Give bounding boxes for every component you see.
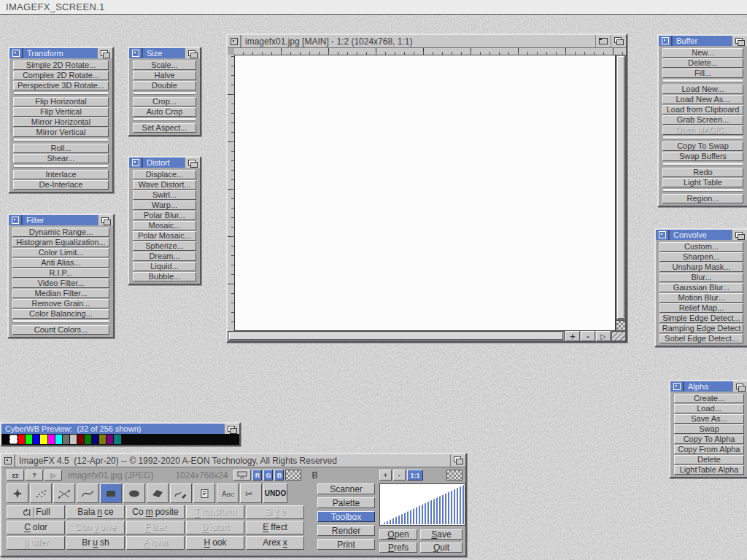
load-button[interactable]: Load... [674,404,744,413]
warp-button[interactable]: Warp... [133,201,196,210]
zoom-out-button[interactable]: - [581,331,595,341]
box-tool-button[interactable] [100,483,122,503]
play-button[interactable]: ▷ [596,331,611,341]
load-new-button[interactable]: Load New... [662,85,743,94]
lighttable-alpha-button[interactable]: LightTable Alpha [674,465,744,475]
palette-swatch-4[interactable] [33,435,39,444]
depth-gadget-icon[interactable] [224,424,239,434]
auto-crop-button[interactable]: Auto Crop [133,107,196,117]
perspective-3d-rotate-button[interactable]: Perspective 3D Rotate... [13,81,109,90]
palette-swatch-30[interactable] [225,435,231,444]
palette-swatch-26[interactable] [195,435,201,444]
alpha-titlebar[interactable]: Alpha [670,381,747,392]
filter-titlebar[interactable]: Filter [9,215,113,225]
region-button[interactable]: Region... [662,194,743,203]
complex-2d-rotate-button[interactable]: Complex 2D Rotate... [13,71,109,80]
palette-swatch-14[interactable] [107,435,113,444]
save-as-button[interactable]: Save As... [674,414,744,424]
toolbox-button[interactable]: Toolbox [317,511,375,522]
r-i-p-button[interactable]: R.I.P... [12,268,109,278]
render-button[interactable]: Render [317,525,375,536]
depth-gadget-icon[interactable] [185,158,200,168]
depth-gadget-icon[interactable] [98,215,113,225]
palette-swatch-12[interactable] [92,435,98,444]
blur-button[interactable]: Blur... [659,273,743,282]
balance-button[interactable]: Balance [66,505,125,519]
palette-swatch-29[interactable] [217,435,224,444]
polar-blur-button[interactable]: Polar Blur... [133,211,196,220]
oval-tool-button[interactable] [123,483,145,503]
swap-button[interactable]: Swap [674,424,744,434]
palette-swatch-27[interactable] [203,435,209,444]
pattern-button[interactable] [446,470,462,481]
alpha-view-toggle-icon[interactable] [616,320,626,331]
set-aspect-button[interactable]: Set Aspect... [133,123,196,133]
palette-swatch-9[interactable] [70,435,77,444]
scale-button[interactable]: Scale... [133,61,196,70]
anti-alias-button[interactable]: Anti Alias... [12,258,109,268]
depth-gadget-icon[interactable] [732,230,747,240]
blue-channel-button[interactable]: B [274,470,284,481]
swap-buffers-button[interactable]: Swap Buffers [662,152,743,161]
median-filter-button[interactable]: Median Filter... [12,289,109,298]
curve-tool-button[interactable] [77,483,98,503]
bubble-button[interactable]: Bubble... [133,272,196,281]
mirror-horizontal-button[interactable]: Mirror Horizontal [13,117,109,127]
polar-mosaic-button[interactable]: Polar Mosaic... [133,231,196,241]
palette-swatch-6[interactable] [48,435,55,444]
close-icon[interactable] [1,454,15,467]
copy-from-alpha-button[interactable]: Copy From Alpha [674,445,744,454]
delete-button[interactable]: Delete [674,455,744,464]
redo-button[interactable]: Redo [662,168,743,177]
close-icon[interactable] [659,36,672,46]
palette-swatch-15[interactable] [114,435,120,444]
palette-swatch-31[interactable] [232,435,239,444]
alpha-channel-button[interactable] [285,470,301,481]
spherize-button[interactable]: Spherize... [133,241,196,251]
undo-button[interactable]: UNDO [263,483,287,503]
unsharp-mask-button[interactable]: Unsharp Mask... [659,262,743,272]
color-button[interactable]: Color [7,521,65,534]
remove-grain-button[interactable]: Remove Grain... [12,299,109,308]
airbrush-tool-button[interactable] [30,483,52,503]
scissors-tool-button[interactable]: ✂ [240,483,262,503]
size-titlebar[interactable]: Size [129,48,200,58]
mirror-vertical-button[interactable]: Mirror Vertical [13,128,109,137]
palette-button[interactable]: Palette [317,497,375,508]
freehand-tool-button[interactable] [170,483,192,503]
close-icon[interactable] [656,230,669,240]
motion-blur-button[interactable]: Motion Blur... [659,293,743,303]
depth-gadget-icon[interactable] [732,381,747,392]
palette-swatch-0[interactable] [2,435,9,444]
close-icon[interactable] [228,35,241,47]
interlace-button[interactable]: Interlace [13,170,109,179]
polygon-tool-button[interactable] [147,483,169,503]
count-colors-button[interactable]: Count Colors... [12,325,109,335]
wave-distort-button[interactable]: Wave Distort... [133,180,196,190]
zoom-in-button[interactable]: + [565,331,580,341]
composite-button[interactable]: Composite [126,505,185,519]
custom-button[interactable]: Custom... [659,242,743,252]
video-filter-button[interactable]: Video Filter... [12,279,109,288]
color-limit-button[interactable]: Color Limit... [12,248,109,257]
zoom-ratio-button[interactable]: 1:1 [407,470,423,481]
arrow-tool-button[interactable] [7,483,28,503]
liquid-button[interactable]: Liquid... [133,262,196,271]
main-window-titlebar[interactable]: ImageFX 4.5 (12-Apr-20) -- © 1992-2020 A… [1,454,465,467]
zoom-in-button[interactable]: + [379,470,392,481]
mosaic-button[interactable]: Mosaic... [133,221,196,230]
palette-swatch-19[interactable] [144,435,150,444]
zoom-gadget-icon[interactable] [595,35,611,47]
delete-button[interactable]: Delete... [662,58,743,68]
close-icon[interactable] [9,215,22,225]
palette-swatch-5[interactable] [40,435,47,444]
vertical-scroll-knob[interactable] [617,56,624,319]
palette-swatch-17[interactable] [129,435,136,444]
screen-titlebar[interactable]: IMAGEFX_SCREEN.1 [0,0,747,15]
image-canvas[interactable] [234,55,616,331]
shear-button[interactable]: Shear... [13,154,109,163]
palette-swatch-8[interactable] [63,435,69,444]
close-icon[interactable] [129,158,142,168]
palette-swatch-21[interactable] [158,435,165,444]
simple-edge-detect-button[interactable]: Simple Edge Detect... [659,314,743,323]
